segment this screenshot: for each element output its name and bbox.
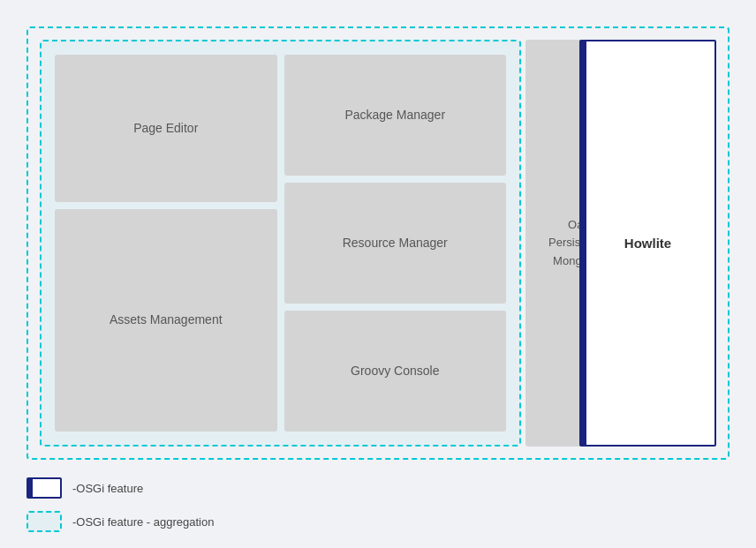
resource-manager-cell: Resource Manager	[284, 183, 507, 304]
package-manager-cell: Package Manager	[284, 55, 507, 176]
groovy-console-cell: Groovy Console	[284, 311, 507, 432]
groovy-console-label: Groovy Console	[351, 363, 439, 380]
blue-bar	[581, 41, 586, 445]
diagram-container: Oak Persistance MongoDB Howlite Page Edi…	[26, 26, 730, 460]
package-manager-label: Package Manager	[344, 107, 445, 124]
assets-management-cell: Assets Management	[55, 209, 277, 432]
legend-osgi-feature: -OSGi feature	[26, 477, 214, 499]
left-column: Page Editor Assets Management	[55, 55, 277, 432]
legend-osgi-label: -OSGi feature	[72, 482, 143, 495]
howlite-panel: Howlite	[579, 40, 716, 447]
legend-aggregation-label: -OSGi feature - aggregation	[72, 515, 214, 529]
resource-manager-label: Resource Manager	[343, 235, 448, 252]
right-column: Package Manager Resource Manager Groovy …	[284, 55, 507, 432]
legend-osgi-icon	[26, 477, 62, 499]
legend: -OSGi feature -OSGi feature - aggregatio…	[26, 477, 214, 532]
howlite-label: Howlite	[624, 236, 671, 251]
assets-management-label: Assets Management	[110, 312, 223, 329]
page-editor-cell: Page Editor	[55, 55, 277, 202]
page-editor-label: Page Editor	[133, 120, 198, 138]
legend-osgi-bar	[28, 479, 33, 497]
legend-osgi-aggregation: -OSGi feature - aggregation	[26, 511, 214, 532]
legend-dashed-icon	[26, 511, 62, 532]
inner-aggregation-border: Page Editor Assets Management Package Ma…	[40, 40, 521, 447]
